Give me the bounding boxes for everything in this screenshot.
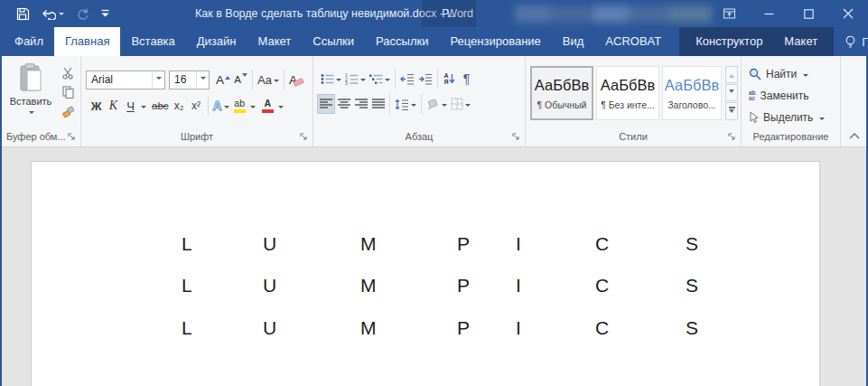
- font-color-button[interactable]: А: [259, 96, 276, 116]
- bullets-button[interactable]: [319, 69, 343, 89]
- subscript-button[interactable]: x₂: [171, 96, 188, 116]
- table-cell-letter[interactable]: I: [516, 318, 521, 337]
- line-spacing-button[interactable]: [393, 94, 418, 114]
- paragraph-dialog-launcher[interactable]: [511, 132, 521, 142]
- underline-caret[interactable]: [141, 106, 146, 111]
- replace-button[interactable]: ab ac Заменить: [749, 88, 840, 104]
- align-right-button[interactable]: [352, 94, 369, 114]
- table-cell-letter[interactable]: I: [516, 234, 521, 253]
- superscript-button[interactable]: x²: [188, 96, 205, 116]
- styles-scroll-up-button[interactable]: [725, 66, 738, 83]
- shrink-font-button[interactable]: А: [232, 70, 249, 89]
- tab-insert[interactable]: Вставка: [120, 27, 185, 56]
- clipboard-icon: [19, 63, 42, 92]
- close-button[interactable]: [828, 0, 868, 27]
- undo-button[interactable]: [42, 0, 64, 27]
- grow-font-button[interactable]: А: [214, 70, 232, 89]
- font-color-caret[interactable]: [278, 106, 284, 111]
- format-painter-button[interactable]: [58, 103, 78, 119]
- table-cell-letter[interactable]: M: [360, 276, 377, 295]
- tab-table-layout[interactable]: Макет: [773, 27, 828, 56]
- customize-qat-button[interactable]: [101, 0, 109, 27]
- table-cell-letter[interactable]: L: [182, 276, 192, 295]
- select-button[interactable]: Выделить: [749, 109, 840, 126]
- tab-layout[interactable]: Макет: [247, 27, 302, 56]
- tab-file[interactable]: Файл: [4, 27, 54, 56]
- collapse-ribbon-chevron-icon[interactable]: [849, 133, 860, 139]
- document-page[interactable]: L U M P I C S L U M P I C S L U M P I C …: [31, 161, 820, 386]
- tab-design[interactable]: Дизайн: [186, 27, 247, 56]
- sort-button[interactable]: А Я: [441, 69, 458, 89]
- redo-button[interactable]: [76, 0, 89, 27]
- table-cell-letter[interactable]: U: [263, 318, 276, 337]
- quick-access-toolbar: [16, 0, 109, 27]
- account-button[interactable]: Р...: [422, 0, 476, 27]
- tell-me-label: Помощн: [862, 35, 868, 49]
- italic-glyph: К: [109, 99, 117, 113]
- table-cell-letter[interactable]: I: [516, 276, 521, 295]
- table-cell-letter[interactable]: L: [182, 318, 192, 337]
- style-normal[interactable]: АаБбВв ¶ Обычный: [530, 66, 593, 120]
- table-cell-letter[interactable]: M: [360, 318, 377, 337]
- table-cell-letter[interactable]: M: [360, 234, 377, 253]
- highlight-color-button[interactable]: ab: [231, 96, 248, 116]
- tell-me-button[interactable]: Помощн: [845, 27, 868, 56]
- paste-button[interactable]: Вставить: [7, 63, 54, 128]
- numbering-button[interactable]: 123: [343, 69, 368, 89]
- clear-formatting-button[interactable]: А: [287, 70, 305, 89]
- table-cell-letter[interactable]: L: [182, 234, 192, 253]
- change-case-button[interactable]: Aa: [256, 70, 281, 89]
- table-cell-letter[interactable]: S: [686, 234, 698, 253]
- bold-button[interactable]: Ж: [88, 96, 105, 116]
- table-cell-letter[interactable]: C: [595, 318, 609, 337]
- font-size-combobox[interactable]: 16: [169, 71, 210, 89]
- ribbon-display-options-button[interactable]: [709, 0, 749, 27]
- align-center-button[interactable]: [335, 94, 352, 114]
- minimize-button[interactable]: [749, 0, 789, 27]
- decrease-indent-button[interactable]: [398, 69, 416, 89]
- styles-scroll-down-button[interactable]: [725, 84, 738, 101]
- styles-gallery-more-button[interactable]: [725, 102, 738, 120]
- tab-acrobat[interactable]: ACROBAT: [594, 27, 672, 56]
- style-no-spacing[interactable]: АаБбВв ¶ Без инте...: [596, 66, 659, 120]
- borders-button[interactable]: [449, 94, 472, 114]
- table-cell-letter[interactable]: S: [686, 276, 698, 295]
- italic-button[interactable]: К: [105, 96, 122, 116]
- styles-dialog-launcher[interactable]: [727, 132, 737, 142]
- font-dialog-launcher[interactable]: [299, 132, 309, 142]
- increase-indent-button[interactable]: [416, 69, 434, 89]
- justify-button[interactable]: [369, 94, 387, 114]
- style-preview: АаБбВв: [665, 77, 719, 94]
- strikethrough-button[interactable]: abc: [150, 96, 171, 116]
- table-cell-letter[interactable]: P: [457, 234, 470, 253]
- table-cell-letter[interactable]: P: [457, 318, 470, 337]
- copy-button[interactable]: [58, 84, 78, 100]
- table-cell-letter[interactable]: C: [595, 234, 609, 253]
- save-icon[interactable]: [16, 0, 30, 27]
- table-cell-letter[interactable]: P: [457, 276, 470, 295]
- table-cell-letter[interactable]: U: [263, 276, 276, 295]
- underline-button[interactable]: Ч: [122, 96, 139, 116]
- font-name-combobox[interactable]: Arial: [86, 71, 165, 89]
- shading-button[interactable]: [425, 94, 449, 114]
- align-left-button[interactable]: [317, 94, 335, 114]
- table-cell-letter[interactable]: S: [686, 318, 698, 337]
- show-paragraph-marks-button[interactable]: ¶: [458, 69, 475, 89]
- tab-home[interactable]: Главная: [54, 27, 120, 56]
- highlight-caret[interactable]: [250, 106, 256, 111]
- cut-button[interactable]: [58, 65, 78, 81]
- clipboard-dialog-launcher[interactable]: [67, 132, 77, 142]
- find-button[interactable]: Найти: [749, 66, 840, 82]
- text-effects-button[interactable]: А: [211, 96, 231, 116]
- tab-mailings[interactable]: Рассылки: [365, 27, 439, 56]
- table-cell-letter[interactable]: U: [263, 234, 276, 253]
- style-heading[interactable]: АаБбВв Заголово...: [662, 66, 722, 120]
- table-cell-letter[interactable]: C: [595, 276, 609, 295]
- tab-table-design[interactable]: Конструктор: [685, 27, 773, 56]
- tab-references[interactable]: Ссылки: [302, 27, 365, 56]
- maximize-button[interactable]: [789, 0, 828, 27]
- multilevel-list-button[interactable]: [368, 69, 392, 89]
- tab-review[interactable]: Рецензирование: [439, 27, 551, 56]
- group-clipboard: Вставить: [2, 56, 81, 146]
- tab-view[interactable]: Вид: [552, 27, 595, 56]
